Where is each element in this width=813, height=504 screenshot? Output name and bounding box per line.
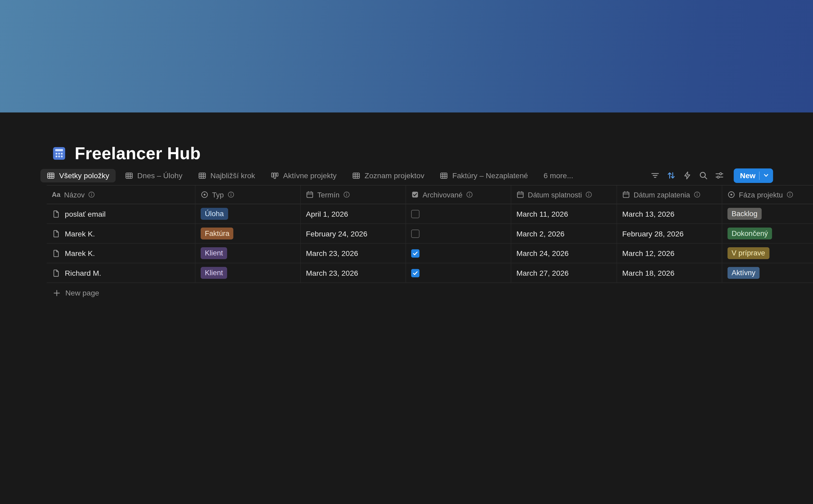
new-button[interactable]: New (734, 168, 773, 183)
info-icon[interactable] (694, 191, 701, 198)
column-label: Fáza projektu (739, 191, 783, 199)
select-icon (201, 191, 208, 198)
page-title[interactable]: Freelancer Hub (75, 144, 201, 163)
info-icon[interactable] (786, 191, 793, 198)
faza-cell[interactable]: V príprave (722, 244, 813, 263)
calculator-icon[interactable] (52, 146, 66, 161)
table-icon (440, 171, 448, 180)
typ-cell[interactable]: Klient (195, 244, 300, 263)
column-header-typ[interactable]: Typ (195, 186, 300, 204)
column-label: Archivované (423, 191, 462, 199)
row-title: poslať email (65, 210, 106, 218)
column-header-datum-zaplatenia[interactable]: Dátum zaplatenia (617, 186, 722, 204)
typ-tag: Úloha (201, 208, 228, 220)
faza-tag: V príprave (728, 247, 769, 259)
zaplatenie-cell[interactable]: March 18, 2026 (617, 263, 722, 283)
splatnost-cell[interactable]: March 24, 2026 (511, 244, 617, 263)
archivovane-cell[interactable] (406, 263, 511, 283)
view-tab-zoznam-projektov[interactable]: Zoznam projektov (352, 171, 424, 180)
checkbox-icon (411, 191, 419, 198)
view-tab-najblizsi-krok[interactable]: Najbližší krok (198, 171, 255, 180)
new-page-button[interactable]: New page (47, 283, 813, 303)
settings-icon[interactable] (715, 171, 724, 180)
table-row: Richard M. Klient March 23, 2026 March 2… (47, 263, 813, 283)
table-icon (352, 171, 360, 180)
checkbox[interactable] (411, 210, 419, 218)
table-icon (47, 171, 55, 180)
sort-icon[interactable] (666, 171, 676, 180)
table-header: Aa Názov Typ Termín Archivované (47, 186, 813, 204)
row-title: Richard M. (65, 269, 101, 277)
zaplatenie-cell[interactable]: February 28, 2026 (617, 224, 722, 244)
view-tab-aktivne-projekty[interactable]: Aktívne projekty (270, 171, 336, 180)
view-tab-dnes-ulohy[interactable]: Dnes – Úlohy (125, 171, 182, 180)
faza-cell[interactable]: Aktívny (722, 263, 813, 283)
view-tab-label: Aktívne projekty (283, 171, 337, 180)
database-table: Aa Názov Typ Termín Archivované (47, 186, 813, 283)
column-label: Názov (64, 191, 85, 199)
row-title: Marek K. (65, 229, 95, 238)
column-header-archivovane[interactable]: Archivované (406, 186, 511, 204)
view-tabs: Všetky položky Dnes – Úlohy Najbližší kr… (47, 169, 528, 182)
zaplatenie-cell[interactable]: March 12, 2026 (617, 244, 722, 263)
column-label: Termín (317, 191, 339, 199)
views-toolbar: Všetky položky Dnes – Úlohy Najbližší kr… (47, 166, 813, 186)
search-icon[interactable] (699, 171, 708, 180)
typ-cell[interactable]: Faktúra (195, 224, 300, 244)
row-name-cell[interactable]: poslať email (47, 204, 195, 224)
view-tab-faktury-nezaplatene[interactable]: Faktúry – Nezaplatené (440, 171, 528, 180)
column-header-datum-splatnosti[interactable]: Dátum splatnosti (511, 186, 617, 204)
termin-cell[interactable]: February 24, 2026 (300, 224, 406, 244)
column-label: Dátum zaplatenia (634, 191, 690, 199)
filter-icon[interactable] (650, 171, 660, 180)
splatnost-cell[interactable]: March 27, 2026 (511, 263, 617, 283)
column-label: Typ (212, 191, 224, 199)
termin-cell[interactable]: March 23, 2026 (300, 263, 406, 283)
column-label: Dátum splatnosti (528, 191, 582, 199)
new-page-label: New page (65, 289, 99, 297)
info-icon[interactable] (466, 191, 473, 198)
toolbar-actions: New (650, 168, 773, 183)
faza-cell[interactable]: Backlog (722, 204, 813, 224)
chevron-down-icon[interactable] (763, 173, 769, 178)
new-button-label: New (740, 171, 756, 180)
splatnost-cell[interactable]: March 2, 2026 (511, 224, 617, 244)
view-tab-vsetky-polozky[interactable]: Všetky položky (40, 169, 115, 182)
checkbox[interactable] (411, 269, 419, 277)
info-icon[interactable] (586, 191, 592, 198)
page-cover-image[interactable] (0, 0, 813, 113)
new-button-divider (759, 171, 760, 180)
page-doc-icon (52, 249, 60, 257)
column-header-nazov[interactable]: Aa Názov (47, 186, 195, 204)
more-views-button[interactable]: 6 more... (544, 171, 573, 180)
checkbox[interactable] (411, 249, 419, 257)
archivovane-cell[interactable] (406, 244, 511, 263)
faza-tag: Aktívny (728, 267, 760, 279)
row-name-cell[interactable]: Marek K. (47, 244, 195, 263)
column-header-faza-projektu[interactable]: Fáza projektu (722, 186, 813, 204)
termin-cell[interactable]: April 1, 2026 (300, 204, 406, 224)
info-icon[interactable] (227, 191, 234, 198)
table-row: poslať email Úloha April 1, 2026 March 1… (47, 204, 813, 224)
calendar-icon (516, 191, 524, 198)
archivovane-cell[interactable] (406, 204, 511, 224)
info-icon[interactable] (88, 191, 95, 198)
calendar-icon (306, 191, 313, 198)
row-name-cell[interactable]: Richard M. (47, 263, 195, 283)
faza-cell[interactable]: Dokončený (722, 224, 813, 244)
page-header: Freelancer Hub (0, 113, 813, 166)
splatnost-cell[interactable]: March 11, 2026 (511, 204, 617, 224)
archivovane-cell[interactable] (406, 224, 511, 244)
typ-tag: Klient (201, 267, 227, 279)
row-name-cell[interactable]: Marek K. (47, 224, 195, 244)
typ-cell[interactable]: Úloha (195, 204, 300, 224)
typ-cell[interactable]: Klient (195, 263, 300, 283)
app-window: Freelancer Hub Všetky položky Dnes – Úlo… (0, 0, 813, 504)
column-header-termin[interactable]: Termín (300, 186, 406, 204)
zaplatenie-cell[interactable]: March 13, 2026 (617, 204, 722, 224)
checkbox[interactable] (411, 229, 419, 238)
info-icon[interactable] (343, 191, 350, 198)
zap-icon[interactable] (683, 171, 692, 180)
faza-tag: Dokončený (728, 227, 772, 239)
termin-cell[interactable]: March 23, 2026 (300, 244, 406, 263)
